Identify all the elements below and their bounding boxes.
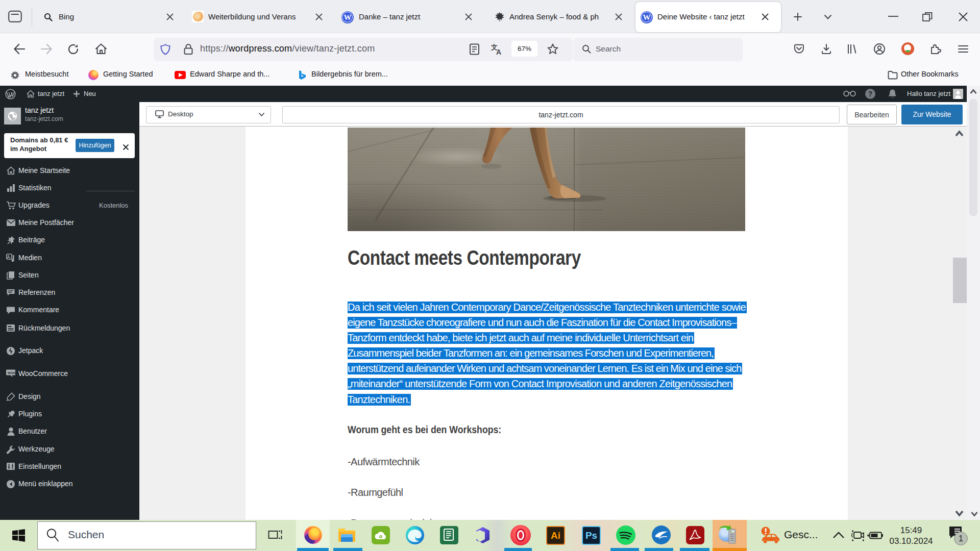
svg-text:A: A <box>496 48 501 56</box>
svg-text:WOO: WOO <box>8 371 15 374</box>
